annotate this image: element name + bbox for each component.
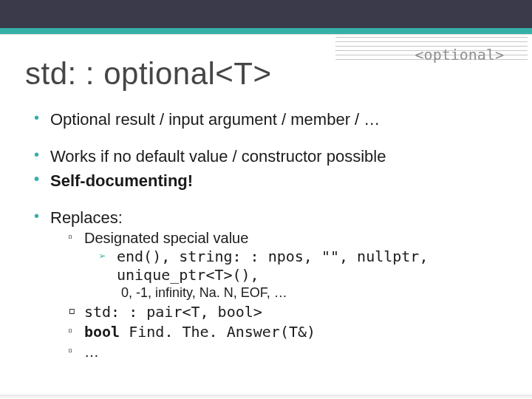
topbar-dark <box>0 0 532 28</box>
bottom-shadow <box>0 395 532 399</box>
replaces-pair: std: : pair<T, bool> <box>68 303 507 321</box>
bullet-self-documenting: Self-documenting! <box>33 171 507 191</box>
bullet-replaces: Replaces: Designated special value end()… <box>33 208 507 361</box>
slide: <optional> std: : optional<T> Optional r… <box>0 0 532 399</box>
bullet-optional-result: Optional result / input argument / membe… <box>33 109 507 130</box>
replaces-bool-fn: bool Find. The. Answer(T&) <box>68 323 507 341</box>
slide-title: std: : optional<T> <box>25 56 272 92</box>
header-tag: <optional> <box>415 46 504 64</box>
replaces-list: Designated special value end(), string: … <box>50 229 507 361</box>
replaces-bool-keyword: bool <box>84 323 120 341</box>
replaces-bool-sig: Find. The. Answer(T&) <box>120 323 316 341</box>
replaces-designated-label: Designated special value <box>84 230 248 246</box>
slide-body: Optional result / input argument / membe… <box>33 109 507 366</box>
bullet-replaces-label: Replaces: <box>50 208 123 227</box>
bullet-no-default: Works if no default value / constructor … <box>33 146 507 167</box>
replaces-designated-plain: 0, -1, infinity, Na. N, EOF, … <box>84 284 507 301</box>
topbar-accent <box>0 28 532 35</box>
replaces-ellipsis: … <box>68 343 507 361</box>
replaces-designated-code: end(), string: : npos, "", nullptr, uniq… <box>99 248 507 284</box>
replaces-designated: Designated special value end(), string: … <box>68 229 507 301</box>
